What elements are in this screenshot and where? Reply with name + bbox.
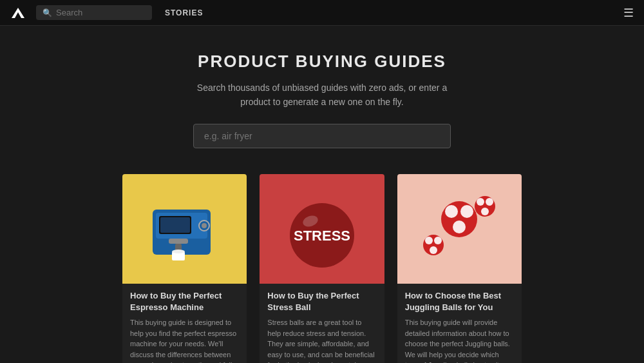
card-grid: How to Buy the Perfect Espresso MachineT… xyxy=(0,168,644,363)
card-title-juggling: How to Choose the Best Juggling Balls fo… xyxy=(405,290,514,313)
card-body-stress-ball: How to Buy the Perfect Stress BallStress… xyxy=(260,284,384,363)
svg-point-10 xyxy=(172,250,185,253)
svg-rect-4 xyxy=(160,217,190,233)
card-desc-espresso: This buying guide is designed to help yo… xyxy=(130,317,239,363)
svg-point-16 xyxy=(460,205,473,218)
logo[interactable] xyxy=(10,5,26,21)
card-body-juggling: How to Choose the Best Juggling Balls fo… xyxy=(397,284,522,363)
svg-point-23 xyxy=(425,237,433,244)
svg-point-15 xyxy=(445,205,458,218)
card-body-espresso: How to Buy the Perfect Espresso MachineT… xyxy=(122,284,247,363)
hamburger-menu-icon[interactable]: ☰ xyxy=(623,6,634,20)
svg-point-6 xyxy=(202,223,207,228)
card-title-stress-ball: How to Buy the Perfect Stress Ball xyxy=(267,290,376,313)
card-stress-ball[interactable]: STRESS How to Buy the Perfect Stress Bal… xyxy=(260,174,384,363)
navbar: 🔍 STORIES ☰ xyxy=(0,0,644,26)
hero-section: PRODUCT BUYING GUIDES Search thousands o… xyxy=(0,26,644,168)
card-image-espresso xyxy=(122,174,247,284)
card-espresso[interactable]: How to Buy the Perfect Espresso MachineT… xyxy=(122,174,247,363)
stories-nav-link[interactable]: STORIES xyxy=(165,8,203,17)
logo-icon xyxy=(10,5,26,21)
svg-point-25 xyxy=(430,246,437,254)
card-image-juggling xyxy=(397,174,522,284)
svg-rect-7 xyxy=(169,239,188,244)
card-title-espresso: How to Buy the Perfect Espresso Machine xyxy=(130,290,239,313)
nav-search-bar[interactable]: 🔍 xyxy=(36,5,152,20)
svg-point-17 xyxy=(453,221,466,233)
search-icon: 🔍 xyxy=(43,8,52,17)
svg-point-19 xyxy=(477,198,484,206)
svg-point-20 xyxy=(486,198,493,206)
card-juggling[interactable]: How to Choose the Best Juggling Balls fo… xyxy=(397,174,522,363)
card-desc-stress-ball: Stress balls are a great tool to help re… xyxy=(267,317,376,363)
svg-marker-0 xyxy=(12,8,24,18)
card-image-stress-ball: STRESS xyxy=(260,174,384,284)
hero-title: PRODUCT BUYING GUIDES xyxy=(13,52,631,72)
svg-point-24 xyxy=(434,237,442,244)
svg-point-21 xyxy=(481,208,489,215)
svg-text:STRESS: STRESS xyxy=(294,228,350,244)
hero-search-input[interactable] xyxy=(193,124,451,148)
card-desc-juggling: This buying guide will provide detailed … xyxy=(405,317,514,363)
hero-subtitle: Search thousands of unbiased guides with… xyxy=(187,81,457,110)
nav-search-input[interactable] xyxy=(56,8,146,17)
